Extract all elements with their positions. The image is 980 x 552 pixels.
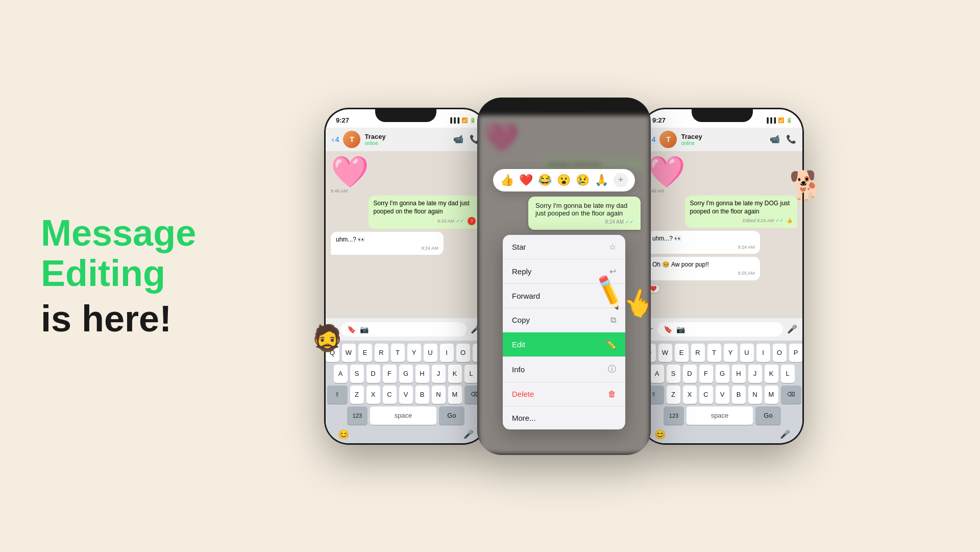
key-N[interactable]: N: [432, 386, 446, 404]
p3-key-C[interactable]: C: [699, 386, 713, 404]
p3-key-A[interactable]: A: [650, 365, 664, 383]
p3-key-N[interactable]: N: [748, 386, 762, 404]
key-F[interactable]: F: [383, 365, 397, 383]
phone1-kb-row1: Q W E R T Y U I O P: [328, 344, 484, 362]
key-I[interactable]: I: [440, 344, 454, 362]
key-C[interactable]: C: [383, 386, 397, 404]
react-pray[interactable]: 🙏: [595, 174, 608, 187]
key-U[interactable]: U: [424, 344, 437, 362]
p3-key-M[interactable]: M: [765, 386, 778, 404]
p3-key-123[interactable]: 123: [664, 406, 684, 425]
phone1-bottom-mic[interactable]: 🎤: [463, 429, 474, 439]
phone1-input-field[interactable]: 🔖 📷: [341, 322, 467, 337]
p3-key-go[interactable]: Go: [755, 406, 781, 425]
p3-emoji-icon[interactable]: 😊: [654, 429, 666, 440]
p3-key-V[interactable]: V: [716, 386, 729, 404]
phone1-camera-icon[interactable]: 📷: [360, 325, 369, 333]
copy-icon: ⧉: [610, 316, 616, 325]
phone3-call-icon[interactable]: 📞: [786, 134, 796, 144]
key-V[interactable]: V: [399, 386, 413, 404]
phone3-bottom-mic[interactable]: 🎤: [780, 429, 790, 439]
key-E[interactable]: E: [358, 344, 372, 362]
key-M[interactable]: M: [448, 386, 462, 404]
key-B[interactable]: B: [415, 386, 429, 404]
p3-key-H[interactable]: H: [732, 365, 746, 383]
key-K[interactable]: K: [448, 365, 462, 383]
key-J[interactable]: J: [432, 365, 446, 383]
key-123[interactable]: 123: [347, 406, 368, 425]
react-sad[interactable]: 😢: [576, 174, 590, 187]
p3-key-O[interactable]: O: [773, 344, 787, 362]
react-more-button[interactable]: +: [614, 173, 628, 187]
react-thumbs-up[interactable]: 👍: [500, 174, 514, 187]
context-edit[interactable]: Edit ✏️: [503, 332, 625, 357]
p3-key-L[interactable]: L: [781, 365, 795, 383]
phone1-chat-area: 🩷 8:46 AM Sorry I'm gonna be late my dad…: [326, 152, 486, 318]
p3-key-B[interactable]: B: [732, 386, 746, 404]
key-G[interactable]: G: [399, 365, 413, 383]
emoji-icon[interactable]: 😊: [338, 429, 349, 440]
phone3-mic-button[interactable]: 🎤: [787, 324, 797, 334]
phone3-bubble-sent-edited[interactable]: Sorry I'm gonna be late my DOG just poop…: [685, 196, 798, 228]
context-copy[interactable]: Copy ⧉: [503, 308, 625, 332]
key-space[interactable]: space: [370, 406, 436, 425]
phone1-notch: [375, 108, 436, 122]
context-info[interactable]: Info ⓘ: [503, 357, 625, 382]
phone1-video-icon[interactable]: 📹: [453, 134, 463, 144]
react-surprised[interactable]: 😮: [557, 174, 571, 187]
context-more[interactable]: More...: [503, 406, 625, 429]
react-laugh[interactable]: 😂: [538, 174, 552, 187]
phone3-camera-icon[interactable]: 📷: [676, 325, 685, 333]
key-W[interactable]: W: [342, 344, 356, 362]
p3-key-Y[interactable]: Y: [724, 344, 738, 362]
p3-key-backspace[interactable]: ⌫: [781, 386, 801, 404]
key-H[interactable]: H: [415, 365, 429, 383]
p3-key-S[interactable]: S: [667, 365, 680, 383]
phone3-input-field[interactable]: 🔖 📷: [657, 322, 783, 337]
phone3-video-icon[interactable]: 📹: [770, 134, 780, 144]
p3-key-K[interactable]: K: [765, 365, 778, 383]
p3-key-D[interactable]: D: [683, 365, 697, 383]
phone3-kb-row1: Q W E R T Y U I O P: [644, 344, 800, 362]
key-L[interactable]: L: [464, 365, 478, 383]
p3-key-J[interactable]: J: [748, 365, 762, 383]
p3-key-G[interactable]: G: [716, 365, 729, 383]
key-A[interactable]: A: [334, 365, 348, 383]
p3-key-R[interactable]: R: [691, 344, 705, 362]
key-O[interactable]: O: [456, 344, 470, 362]
star-icon: ☆: [609, 242, 616, 252]
phone1-back-button[interactable]: ‹ 4: [332, 135, 339, 143]
phone1-kb-bottom: 123 space Go: [328, 406, 484, 425]
p3-key-space[interactable]: space: [687, 406, 753, 425]
react-heart[interactable]: ❤️: [519, 174, 533, 187]
phone3-sticker-icon[interactable]: 🔖: [664, 325, 672, 333]
key-shift[interactable]: ⇧: [327, 386, 348, 404]
phone2-context-menu: Star ☆ Reply ↩︎ Forward ↪︎ Copy ⧉: [503, 235, 625, 429]
key-Y[interactable]: Y: [407, 344, 421, 362]
emoji-reaction-bar: 👍 ❤️ 😂 😮 😢 🙏 +: [493, 169, 635, 191]
key-Z[interactable]: Z: [350, 386, 364, 404]
p3-key-X[interactable]: X: [683, 386, 697, 404]
p3-key-I[interactable]: I: [756, 344, 770, 362]
context-delete[interactable]: Delete 🗑: [503, 382, 625, 406]
phone2-selected-bubble: Sorry I'm gonna be late my dad just poop…: [528, 197, 641, 230]
key-D[interactable]: D: [366, 365, 380, 383]
headline-line3: is here!: [41, 299, 196, 339]
phone1-wrapper: 9:27 ▐▐▐ 📶 🔋 ‹ 4 T: [324, 108, 487, 445]
key-R[interactable]: R: [375, 344, 388, 362]
phone1-bubble-sent[interactable]: Sorry I'm gonna be late my dad just poop…: [369, 196, 481, 229]
key-S[interactable]: S: [350, 365, 364, 383]
p3-key-F[interactable]: F: [699, 365, 713, 383]
phone1-sticker-icon[interactable]: 🔖: [347, 325, 356, 333]
p3-key-T[interactable]: T: [707, 344, 721, 362]
context-star[interactable]: Star ☆: [503, 235, 625, 259]
phone1-action-icons: 📹 📞: [453, 134, 480, 144]
key-T[interactable]: T: [391, 344, 405, 362]
p3-key-P[interactable]: P: [789, 344, 803, 362]
p3-key-E[interactable]: E: [675, 344, 689, 362]
p3-key-W[interactable]: W: [658, 344, 672, 362]
p3-key-Z[interactable]: Z: [667, 386, 680, 404]
p3-key-U[interactable]: U: [740, 344, 754, 362]
key-X[interactable]: X: [366, 386, 380, 404]
key-go[interactable]: Go: [439, 406, 464, 425]
